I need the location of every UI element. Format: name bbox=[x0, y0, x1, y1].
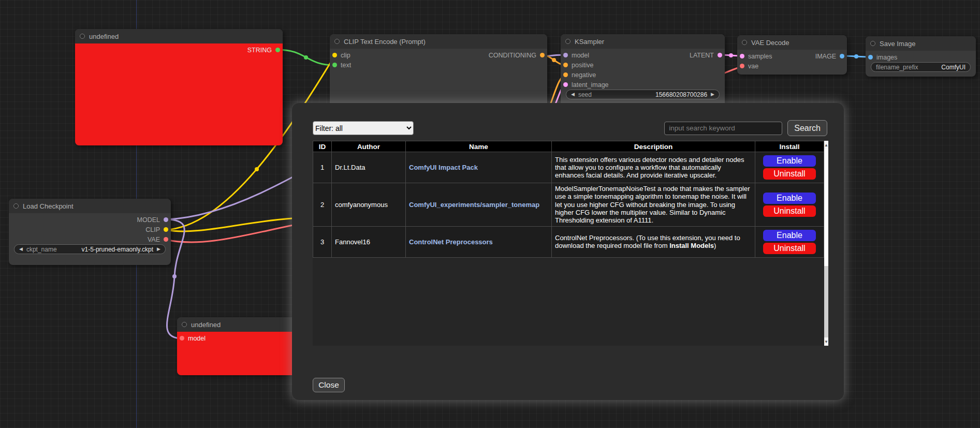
slot-label: STRING bbox=[247, 47, 272, 54]
slot-dot-model[interactable] bbox=[180, 336, 184, 341]
node-clip-text-encode[interactable]: CLIP Text Encode (Prompt) clip text COND… bbox=[330, 34, 547, 112]
close-button[interactable]: Close bbox=[313, 378, 345, 392]
collapse-dot[interactable] bbox=[742, 40, 747, 45]
cell-id: 3 bbox=[313, 226, 332, 257]
filter-select[interactable]: Filter: all bbox=[313, 121, 414, 135]
wire-string-to-text bbox=[277, 50, 335, 65]
slot-label: images bbox=[876, 54, 897, 61]
input-slot-text: text bbox=[330, 60, 351, 70]
slot-label: LATENT bbox=[690, 52, 714, 59]
node-title-bar[interactable]: CLIP Text Encode (Prompt) bbox=[330, 34, 547, 49]
uninstall-button[interactable]: Uninstall bbox=[763, 243, 816, 254]
slot-dot-negative[interactable] bbox=[563, 72, 568, 77]
slot-dot-samples[interactable] bbox=[740, 54, 744, 58]
widget-filename-prefix[interactable]: filename_prefix ComfyUI bbox=[871, 62, 971, 72]
uninstall-button[interactable]: Uninstall bbox=[763, 168, 816, 180]
slot-label: VAE bbox=[148, 236, 160, 243]
slot-dot-image[interactable] bbox=[840, 54, 844, 58]
cell-description: ModelSamplerTonemapNoiseTest a node that… bbox=[552, 183, 755, 227]
slot-label: model bbox=[188, 335, 206, 342]
output-slot-model: MODEL bbox=[137, 215, 171, 225]
slot-dot-positive[interactable] bbox=[563, 63, 568, 67]
search-button[interactable]: Search bbox=[787, 120, 827, 136]
cell-id: 1 bbox=[313, 152, 332, 183]
collapse-dot[interactable] bbox=[870, 41, 875, 46]
enable-button[interactable]: Enable bbox=[763, 155, 816, 167]
dialog-toolbar: Filter: all Search bbox=[313, 121, 827, 136]
collapse-dot[interactable] bbox=[13, 203, 19, 209]
node-title-bar[interactable]: KSampler bbox=[561, 34, 725, 49]
slot-dot-clip[interactable] bbox=[332, 53, 337, 57]
node-load-checkpoint[interactable]: Load Checkpoint MODEL CLIP VAE ◀ ckpt_na… bbox=[9, 199, 171, 265]
node-title-bar[interactable]: VAE Decode bbox=[737, 35, 847, 50]
node-vae-decode[interactable]: VAE Decode samples vae IMAGE bbox=[737, 35, 847, 75]
node-title-bar[interactable]: Load Checkpoint bbox=[9, 199, 171, 213]
uninstall-button[interactable]: Uninstall bbox=[763, 205, 816, 217]
scroll-down-icon[interactable]: ▼ bbox=[824, 337, 828, 346]
slot-label: text bbox=[341, 62, 351, 69]
cell-id: 2 bbox=[313, 183, 332, 227]
widget-arrow-right-icon[interactable]: ▶ bbox=[711, 92, 714, 97]
slot-dot-vae[interactable] bbox=[164, 237, 168, 242]
scroll-up-icon[interactable]: ▲ bbox=[824, 141, 828, 149]
custom-nodes-manager-dialog: Filter: all Search ID Author Name Descri… bbox=[292, 103, 844, 400]
slot-dot-model[interactable] bbox=[563, 53, 568, 57]
slot-dot-latent[interactable] bbox=[718, 53, 722, 57]
input-slot-negative: negative bbox=[561, 70, 609, 80]
node-title: Save Image bbox=[880, 40, 915, 48]
collapse-dot[interactable] bbox=[80, 34, 85, 39]
widget-value: 156680208700286 bbox=[655, 91, 707, 98]
search-input[interactable] bbox=[664, 122, 782, 135]
output-slot-image: IMAGE bbox=[815, 51, 847, 61]
node-title-bar[interactable]: Save Image bbox=[866, 36, 976, 51]
wire-dot-model bbox=[172, 274, 177, 278]
input-slot-images: images bbox=[866, 52, 897, 62]
slot-dot-images[interactable] bbox=[868, 55, 873, 60]
widget-label: seed bbox=[578, 91, 592, 98]
widget-value: v1-5-pruned-emaonly.ckpt bbox=[82, 246, 154, 253]
scroll-track[interactable] bbox=[824, 149, 828, 337]
slot-dot-text[interactable] bbox=[332, 63, 337, 67]
cell-install: Enable Uninstall bbox=[755, 183, 824, 227]
input-slot-clip: clip bbox=[330, 50, 351, 60]
slot-dot-latent-image[interactable] bbox=[563, 82, 568, 87]
description-bold: Install Models bbox=[669, 242, 714, 249]
collapse-dot[interactable] bbox=[334, 39, 340, 44]
slot-dot-vae[interactable] bbox=[740, 64, 744, 68]
cell-description: ControlNet Preprocessors. (To use this e… bbox=[552, 226, 755, 257]
input-slot-samples: samples bbox=[737, 51, 772, 61]
slot-label: vae bbox=[748, 63, 758, 70]
input-slot-latent-image: latent_image bbox=[561, 80, 609, 90]
extension-link[interactable]: ComfyUI_experiments/sampler_tonemap bbox=[409, 201, 539, 209]
extension-link[interactable]: ControlNet Preprocessors bbox=[409, 238, 493, 246]
widget-label: filename_prefix bbox=[876, 64, 918, 71]
widget-arrow-right-icon[interactable]: ▶ bbox=[157, 247, 160, 252]
widget-seed[interactable]: ◀ seed 156680208700286 ▶ bbox=[566, 90, 720, 99]
table-scrollbar[interactable]: ▲ ▼ bbox=[824, 141, 828, 346]
wire-dot-string bbox=[304, 55, 308, 60]
extensions-table-area: ID Author Name Description Install 1 Dr.… bbox=[313, 141, 827, 346]
slot-dot-conditioning[interactable] bbox=[540, 53, 545, 57]
header-install: Install bbox=[755, 141, 824, 152]
slot-dot-model[interactable] bbox=[164, 217, 168, 222]
collapse-dot[interactable] bbox=[565, 39, 571, 44]
extension-link[interactable]: ComfyUI Impact Pack bbox=[409, 164, 478, 171]
extensions-table: ID Author Name Description Install 1 Dr.… bbox=[313, 141, 824, 258]
widget-arrow-left-icon[interactable]: ◀ bbox=[571, 92, 575, 97]
widget-arrow-left-icon[interactable]: ◀ bbox=[19, 247, 23, 252]
slot-dot-clip[interactable] bbox=[164, 227, 168, 232]
node-undefined-top[interactable]: undefined STRING bbox=[75, 29, 283, 145]
enable-button[interactable]: Enable bbox=[763, 193, 816, 204]
scroll-thumb[interactable] bbox=[824, 149, 828, 266]
enable-button[interactable]: Enable bbox=[763, 230, 816, 241]
output-slot-string: STRING bbox=[247, 45, 283, 55]
slot-label: IMAGE bbox=[815, 53, 836, 60]
node-save-image[interactable]: Save Image images filename_prefix ComfyU… bbox=[866, 36, 976, 77]
node-title-bar[interactable]: undefined bbox=[75, 29, 283, 43]
wire-dot-conditioning bbox=[552, 58, 556, 62]
node-canvas[interactable]: undefined STRING CLIP Text Encode (Promp… bbox=[0, 0, 980, 428]
slot-label: CLIP bbox=[145, 226, 160, 233]
slot-dot-string[interactable] bbox=[275, 48, 280, 52]
widget-ckpt-name[interactable]: ◀ ckpt_name v1-5-pruned-emaonly.ckpt ▶ bbox=[14, 244, 166, 254]
collapse-dot[interactable] bbox=[182, 322, 187, 327]
